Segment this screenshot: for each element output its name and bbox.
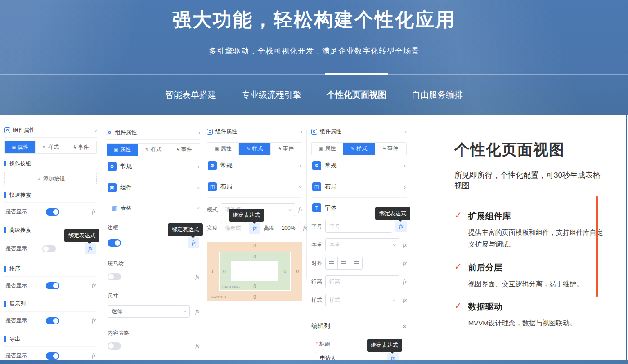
fx-button[interactable]: fx xyxy=(92,317,96,324)
tab-properties[interactable]: ▣属性 xyxy=(312,143,343,155)
collapse-layout[interactable]: ◫ 布局 › xyxy=(311,176,407,198)
component-icon: ▣ xyxy=(108,183,117,192)
tab-style[interactable]: ✎样式 xyxy=(138,144,169,156)
bind-expression-tooltip: 绑定表达式 xyxy=(168,223,203,236)
hero-title: 强大功能，轻松构建个性化应用 xyxy=(0,0,628,32)
collapse-general[interactable]: ⚙ 常规 › xyxy=(107,156,200,177)
width-input[interactable] xyxy=(221,222,246,234)
fx-button[interactable]: fx xyxy=(395,221,407,232)
fx-button[interactable]: fx xyxy=(92,282,96,289)
align-center-button[interactable] xyxy=(338,257,350,269)
chevron-down-icon: › xyxy=(392,244,398,246)
fx-button[interactable]: fx xyxy=(195,274,199,280)
align-group xyxy=(325,257,363,270)
tab-properties[interactable]: ▣属性 xyxy=(207,143,239,155)
scrollbar-thumb[interactable] xyxy=(596,196,598,297)
align-right-button[interactable] xyxy=(350,257,362,269)
size-select[interactable]: 迷你 › xyxy=(108,305,190,318)
general-icon: ⚙ xyxy=(108,162,117,171)
section-quick-search: 快速搜索 xyxy=(4,192,97,198)
fx-button[interactable]: fx xyxy=(403,279,407,285)
event-icon: ϟ xyxy=(177,147,179,152)
fx-button[interactable]: fx xyxy=(188,237,199,248)
panel-title: 组件属性 xyxy=(320,128,405,135)
chevron-down-icon: › xyxy=(182,310,188,312)
layout-icon: ◫ xyxy=(312,182,321,191)
chevron-down-icon: › xyxy=(195,187,201,189)
font-style-select[interactable]: 样式 › xyxy=(325,294,399,306)
export-toggle[interactable] xyxy=(46,352,59,360)
font-weight-select[interactable]: 字重 › xyxy=(325,238,399,251)
panel-table-props: 组件属性 › ▣属性 ✎样式 ϟ事件 操作按钮 ＋ 添加按钮 快速搜索 是否显示… xyxy=(4,125,97,364)
event-icon: ϟ xyxy=(383,146,386,151)
tab-style[interactable]: ✎样式 xyxy=(343,143,375,155)
fx-button[interactable]: fx xyxy=(195,308,199,315)
tab-event[interactable]: ϟ事件 xyxy=(169,144,200,156)
collapse-general[interactable]: ⚙ 常规 › xyxy=(311,155,407,176)
adv-search-toggle[interactable] xyxy=(42,245,56,252)
layout-icon: ◫ xyxy=(208,182,217,191)
tab-page-view[interactable]: 个性化页面视图 xyxy=(327,89,386,101)
chevron-right-icon[interactable]: › xyxy=(95,127,97,133)
columns-toggle[interactable] xyxy=(46,317,59,324)
tab-style[interactable]: ✎样式 xyxy=(36,141,66,153)
fx-button[interactable]: fx xyxy=(195,343,199,350)
fx-button[interactable]: fx xyxy=(249,223,260,234)
align-left-icon xyxy=(329,261,334,265)
font-size-row: 字号 绑定表达式 fx xyxy=(311,220,407,233)
collapse-component[interactable]: ▣ 组件 › xyxy=(107,177,200,198)
properties-icon: ▣ xyxy=(114,147,118,152)
feature-tabs: 智能表单搭建 专业级流程引擎 个性化页面视图 自由服务编排 xyxy=(0,74,628,101)
check-icon: ✓ xyxy=(454,300,462,329)
tab-properties[interactable]: ▣属性 xyxy=(5,141,36,153)
fx-button[interactable]: fx xyxy=(298,207,302,213)
tab-smart-form[interactable]: 智能表单搭建 xyxy=(165,89,216,101)
height-input[interactable] xyxy=(278,222,300,234)
tab-style[interactable]: ✎样式 xyxy=(239,143,270,155)
chevron-right-icon[interactable]: › xyxy=(301,129,302,135)
align-row: 对齐 fx xyxy=(311,257,407,270)
zebra-toggle[interactable] xyxy=(108,273,121,280)
fx-button[interactable]: fx xyxy=(403,242,407,248)
panel-tab-bar: ▣属性 ✎样式 ϟ事件 xyxy=(107,143,200,156)
component-icon xyxy=(311,129,317,135)
sort-toggle[interactable] xyxy=(46,282,59,289)
tab-service-orchestration[interactable]: 自由服务编排 xyxy=(412,89,463,101)
collapse-general[interactable]: ⚙ 常规 › xyxy=(207,155,302,176)
tab-properties[interactable]: ▣属性 xyxy=(107,144,138,156)
tab-event[interactable]: ϟ事件 xyxy=(271,143,302,155)
collapse-table[interactable]: ▦ 表格 › xyxy=(107,198,200,218)
feature-item: ✓ 扩展组件库 提供丰富的页面模板和组件，支持组件库自定义扩展与调试。 xyxy=(454,211,604,251)
collapse-layout[interactable]: ◫ 布局 › xyxy=(207,176,302,198)
line-height-input[interactable] xyxy=(325,275,399,288)
fx-button[interactable]: fx xyxy=(92,208,96,215)
padding-area[interactable]: 0 0 0 0 PADDING xyxy=(219,252,291,291)
tab-event[interactable]: ϟ事件 xyxy=(66,141,96,153)
add-button[interactable]: ＋ 添加按钮 xyxy=(4,172,97,185)
table-icon: ▦ xyxy=(112,205,117,211)
tab-process-engine[interactable]: 专业级流程引擎 xyxy=(242,89,301,101)
fx-button[interactable]: fx xyxy=(403,297,407,304)
close-icon[interactable]: × xyxy=(402,323,407,330)
fx-button[interactable]: fx xyxy=(85,243,96,254)
panel-title: 组件属性 xyxy=(215,128,301,135)
align-left-button[interactable] xyxy=(326,257,338,269)
border-toggle[interactable] xyxy=(108,239,121,247)
fx-button[interactable]: fx xyxy=(92,352,96,359)
tab-event[interactable]: ϟ事件 xyxy=(375,143,406,155)
scrollbar-track[interactable] xyxy=(597,297,597,339)
quick-search-toggle[interactable] xyxy=(46,208,59,216)
panel-style-layout: 组件属性 › ▣属性 ✎样式 ϟ事件 ⚙ 常规 › ◫ 布局 › 模式 请选择 … xyxy=(207,126,302,301)
chevron-right-icon[interactable]: › xyxy=(405,129,407,135)
style-icon: ✎ xyxy=(145,147,149,152)
properties-icon: ▣ xyxy=(12,145,16,150)
fx-button[interactable]: fx xyxy=(403,260,407,267)
fx-button[interactable]: fx xyxy=(303,225,307,232)
sort-show-row: 是否显示 fx xyxy=(4,277,97,294)
panel-tab-bar: ▣属性 ✎样式 ϟ事件 xyxy=(207,142,302,155)
chevron-right-icon[interactable]: › xyxy=(198,130,200,135)
hero-section: 强大功能，轻松构建个性化应用 多引擎驱动，全栈可视化开发，满足企业数字化转型全场… xyxy=(0,0,628,115)
box-model-diagram[interactable]: 0 0 0 0 MARGIN 0 0 0 0 PADDING xyxy=(207,242,302,301)
ellipsis-toggle[interactable] xyxy=(108,342,121,350)
font-size-input[interactable] xyxy=(325,220,392,233)
